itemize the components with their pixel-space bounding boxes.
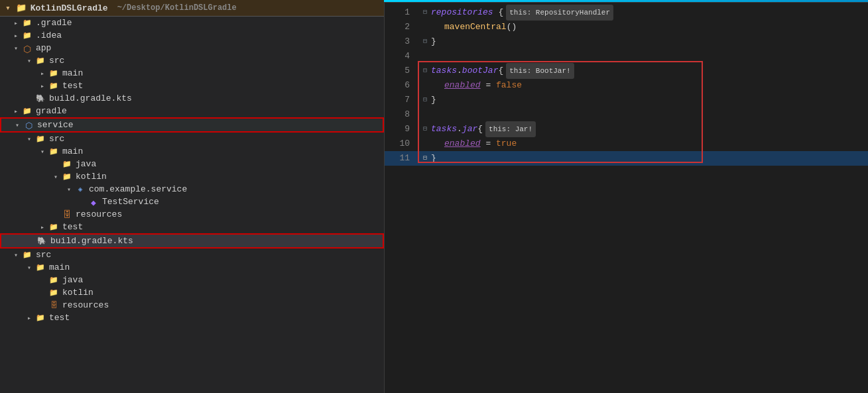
item-label: java (62, 275, 83, 285)
code-line-6[interactable]: ⊟ enabled = false (418, 78, 868, 93)
file-tree-panel[interactable]: ▾ 📁 KotlinDSLGradle ~/Desktop/KotlinDSLG… (0, 0, 385, 393)
arrow-icon (37, 70, 48, 78)
tree-item-app[interactable]: ⬡ app (0, 42, 384, 54)
item-label: resources (76, 209, 122, 219)
folder-icon: 📁 (48, 147, 60, 156)
code-token: mavenCentral (444, 20, 507, 34)
tree-item-service[interactable]: ⬡ service (0, 117, 384, 133)
code-line-2[interactable]: ⊟ mavenCentral () (418, 20, 868, 34)
code-line-9[interactable]: ⊟ tasks . jar { this: Jar! (418, 122, 868, 137)
kotlin-file-icon: ◆ (88, 197, 99, 207)
tree-item-root-resources[interactable]: 🗄 resources (0, 299, 384, 311)
arrow-icon (24, 314, 34, 322)
tree-item-gradle[interactable]: 📁 .gradle (0, 17, 384, 29)
code-line-3[interactable]: ⊟ } (418, 34, 868, 49)
arrow-icon (37, 148, 48, 156)
resources-icon: 🗄 (48, 301, 60, 310)
src-folder-icon: 📁 (34, 56, 46, 66)
fold-icon-5[interactable]: ⊟ (420, 64, 430, 78)
code-line-11[interactable]: ⊟ } (418, 151, 868, 166)
code-line-8[interactable]: ⊟ (418, 107, 868, 122)
arrow-icon (37, 223, 48, 231)
code-line-4[interactable]: ⊟ (418, 49, 868, 64)
folder-icon: 📁 (34, 263, 46, 272)
code-token: = (481, 137, 496, 151)
code-content: 1 2 3 4 5 6 7 8 9 10 11 ⊟ repositories {… (385, 3, 868, 393)
tree-item-test-service[interactable]: ◆ TestService (0, 196, 384, 208)
fold-icon-7[interactable]: ⊟ (420, 93, 430, 107)
fold-icon-9[interactable]: ⊟ (420, 122, 430, 137)
code-line-10[interactable]: ⊟ enabled = true (418, 137, 868, 151)
tree-item-service-test[interactable]: 📁 test (0, 221, 384, 233)
item-label: .idea (36, 30, 62, 40)
item-label: test (62, 81, 83, 91)
fold-icon-3[interactable]: ⊟ (420, 34, 430, 49)
line-num-6: 6 (385, 78, 410, 93)
tree-item-service-java[interactable]: 📁 java (0, 158, 384, 170)
code-token: enabled (444, 137, 481, 151)
tree-item-service-resources[interactable]: 🗄 resources (0, 208, 384, 221)
tree-item-app-src[interactable]: 📁 src (0, 54, 384, 67)
project-header: ▾ 📁 KotlinDSLGradle ~/Desktop/KotlinDSLG… (0, 0, 384, 17)
item-label: kotlin (62, 288, 93, 298)
tree-item-service-build[interactable]: 🐘 build.gradle.kts (0, 233, 384, 249)
code-token: } (431, 93, 436, 107)
src-folder-icon: 📁 (34, 135, 46, 144)
tree-item-gradle-wrapper[interactable]: 📁 gradle (0, 105, 384, 117)
item-label: .gradle (36, 18, 72, 28)
tree-item-root-test[interactable]: 📁 test (0, 311, 384, 324)
item-label: service (37, 120, 74, 130)
fold-icon-1[interactable]: ⊟ (420, 5, 430, 20)
fold-icon-11[interactable]: ⊟ (420, 151, 430, 166)
code-token: { (477, 122, 483, 137)
code-token: jar (462, 122, 477, 137)
folder-icon: 📁 (48, 276, 60, 285)
item-label: java (76, 159, 96, 169)
code-token: false (496, 78, 522, 93)
code-token: } (431, 34, 436, 49)
arrow-icon (50, 173, 61, 181)
tree-item-root-kotlin[interactable]: 📁 kotlin (0, 286, 384, 299)
resources-icon: 🗄 (61, 210, 73, 219)
code-token: bootJar (462, 64, 499, 78)
tree-item-app-build[interactable]: 🐘 build.gradle.kts (0, 92, 384, 105)
item-label: main (62, 68, 83, 78)
folder-icon: 📁 (21, 31, 33, 40)
tree-item-root-main[interactable]: 📁 main (0, 261, 384, 274)
item-label: src (36, 250, 51, 260)
package-icon: ◈ (74, 185, 86, 194)
code-line-5[interactable]: ⊟ tasks . bootJar { this: BootJar! (418, 64, 868, 78)
folder-icon: 📁 (21, 107, 33, 116)
code-token: } (431, 151, 436, 166)
tree-item-service-src[interactable]: 📁 src (0, 133, 384, 145)
gradle-file-icon: 🐘 (34, 94, 46, 103)
arrow-icon (11, 19, 21, 27)
tree-item-idea[interactable]: 📁 .idea (0, 29, 384, 42)
tree-item-service-pkg[interactable]: ◈ com.example.service (0, 183, 384, 196)
code-line-7[interactable]: ⊟ } (418, 93, 868, 107)
tree-item-app-main[interactable]: 📁 main (0, 67, 384, 80)
item-label: test (62, 222, 83, 232)
arrow-icon (11, 44, 21, 52)
arrow-icon (24, 135, 34, 143)
src-folder-icon: 📁 (21, 251, 33, 260)
code-token: tasks (431, 64, 457, 78)
code-token: = (481, 78, 496, 93)
folder-icon: 📁 (21, 19, 33, 28)
code-token: { (493, 5, 504, 20)
item-label: gradle (36, 106, 67, 116)
kotlin-folder-icon: 📁 (61, 172, 73, 182)
tree-item-root-src[interactable]: 📁 src (0, 249, 384, 261)
tree-item-service-kotlin[interactable]: 📁 kotlin (0, 170, 384, 183)
tree-item-service-main[interactable]: 📁 main (0, 145, 384, 158)
item-label: build.gradle.kts (49, 93, 132, 103)
folder-icon: 📁 (48, 223, 60, 232)
tree-item-root-java[interactable]: 📁 java (0, 274, 384, 286)
type-tag-bootjar: this: BootJar! (506, 63, 574, 79)
code-token: . (457, 64, 462, 78)
project-path: ~/Desktop/KotlinDSLGradle (117, 3, 237, 13)
tree-item-app-test[interactable]: 📁 test (0, 80, 384, 92)
code-line-1[interactable]: ⊟ repositories { this: RepositoryHandler (418, 5, 868, 20)
code-lines[interactable]: ⊟ repositories { this: RepositoryHandler… (418, 3, 868, 393)
folder-icon: 📁 (48, 82, 60, 91)
